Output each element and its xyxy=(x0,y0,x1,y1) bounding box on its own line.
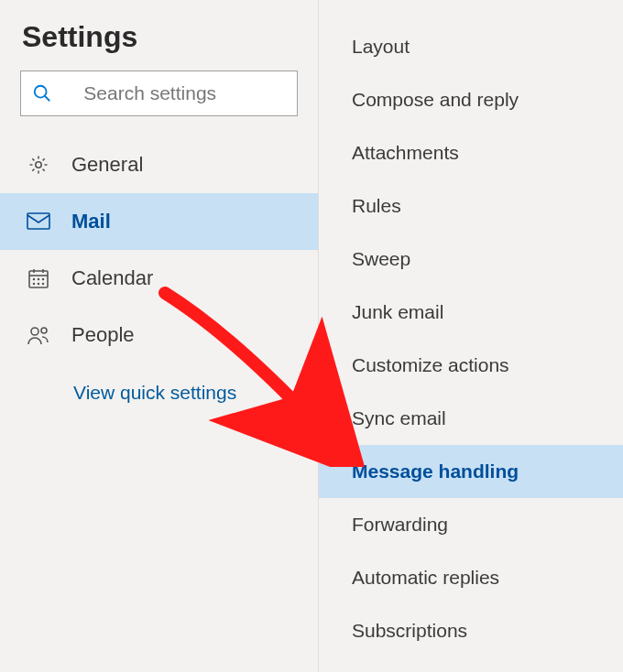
sub-item-message-handling[interactable]: Message handling xyxy=(319,445,623,498)
sidebar-item-label: Calendar xyxy=(71,266,153,290)
sub-item-label: Sweep xyxy=(352,248,410,270)
sub-item-label: Message handling xyxy=(352,461,519,482)
sub-item-sync-email[interactable]: Sync email xyxy=(319,392,623,445)
svg-point-15 xyxy=(41,328,47,333)
sub-item-customize-actions[interactable]: Customize actions xyxy=(319,339,623,392)
svg-point-14 xyxy=(31,328,38,335)
sub-item-label: Forwarding xyxy=(352,514,448,536)
sub-item-label: Junk email xyxy=(352,301,443,323)
sidebar-item-people[interactable]: People xyxy=(0,307,318,363)
sub-item-label: Automatic replies xyxy=(352,567,499,589)
sidebar-item-label: General xyxy=(71,153,143,177)
sub-item-attachments[interactable]: Attachments xyxy=(319,126,623,179)
sub-item-automatic-replies[interactable]: Automatic replies xyxy=(319,551,623,604)
sub-item-label: Customize actions xyxy=(352,354,509,376)
view-quick-settings-link[interactable]: View quick settings xyxy=(0,363,318,404)
sub-item-subscriptions[interactable]: Subscriptions xyxy=(319,604,623,657)
sub-item-label: Layout xyxy=(352,36,410,58)
sidebar-item-label: People xyxy=(71,323,135,347)
sidebar-item-general[interactable]: General xyxy=(0,136,318,193)
people-icon xyxy=(26,325,51,345)
sub-item-junk-email[interactable]: Junk email xyxy=(319,286,623,339)
svg-rect-3 xyxy=(27,213,49,229)
sidebar-item-mail[interactable]: Mail xyxy=(0,193,318,250)
mail-icon xyxy=(26,212,51,231)
sub-item-compose-and-reply[interactable]: Compose and reply xyxy=(319,73,623,126)
page-title: Settings xyxy=(0,20,318,70)
search-box[interactable] xyxy=(20,70,298,116)
sub-item-label: Rules xyxy=(352,195,401,217)
sub-item-label: Compose and reply xyxy=(352,89,519,111)
mail-settings-panel: Layout Compose and reply Attachments Rul… xyxy=(319,0,623,672)
search-icon xyxy=(32,83,52,103)
sub-item-sweep[interactable]: Sweep xyxy=(319,233,623,286)
svg-line-1 xyxy=(45,96,50,102)
calendar-icon xyxy=(26,267,51,289)
sub-item-layout[interactable]: Layout xyxy=(319,20,623,73)
sub-item-forwarding[interactable]: Forwarding xyxy=(319,498,623,551)
settings-sidebar: Settings General Mail xyxy=(0,0,319,672)
svg-point-2 xyxy=(36,162,41,168)
sub-item-label: Attachments xyxy=(352,142,459,164)
svg-point-0 xyxy=(35,86,47,98)
gear-icon xyxy=(26,154,51,176)
search-input[interactable] xyxy=(83,82,286,104)
sub-item-label: Sync email xyxy=(352,407,446,429)
sidebar-item-label: Mail xyxy=(71,210,111,233)
sub-item-rules[interactable]: Rules xyxy=(319,179,623,233)
sidebar-item-calendar[interactable]: Calendar xyxy=(0,250,318,307)
sub-item-label: Subscriptions xyxy=(352,620,467,642)
